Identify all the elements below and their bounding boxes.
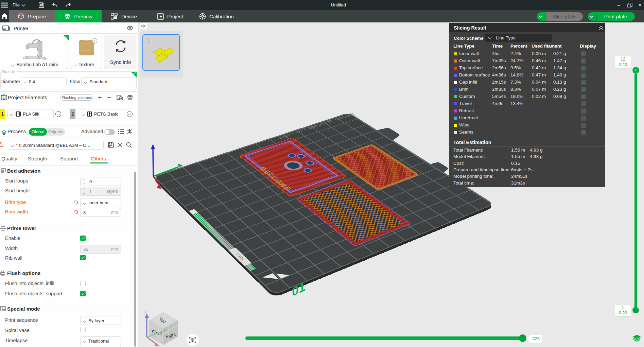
svg-text:z: z xyxy=(144,309,147,314)
svg-text:y: y xyxy=(169,324,171,329)
